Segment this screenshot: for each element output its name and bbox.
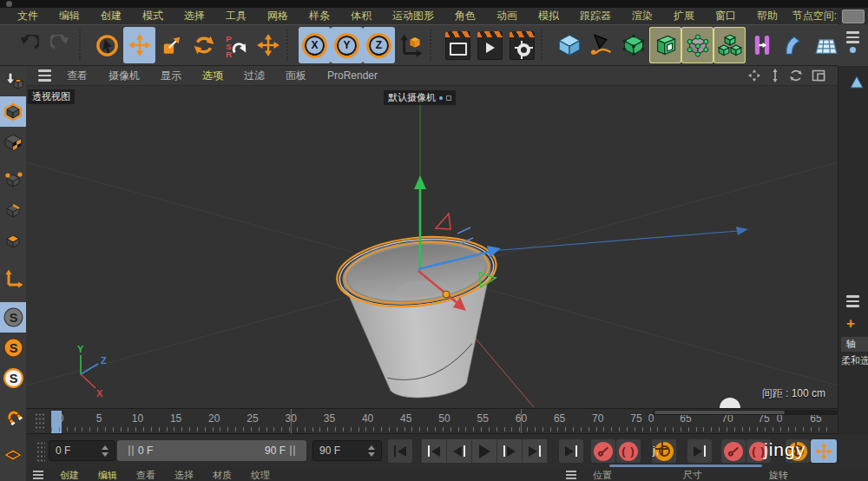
record-keyframe-button-glitch[interactable] bbox=[721, 439, 746, 463]
bevel-cube-button[interactable] bbox=[649, 27, 681, 63]
menu-create[interactable]: 创建 bbox=[90, 9, 132, 23]
vp-menu-display[interactable]: 显示 bbox=[150, 69, 192, 83]
lock-y-axis-button[interactable]: Y bbox=[331, 27, 363, 63]
menu-help[interactable]: 帮助 bbox=[746, 9, 788, 23]
range-right-grip[interactable] bbox=[290, 445, 295, 456]
next-key-button[interactable] bbox=[523, 439, 547, 463]
mat-menu-create[interactable]: 创建 bbox=[50, 469, 89, 481]
viewport-solo-off-button[interactable]: S bbox=[0, 302, 26, 333]
enable-axis-button[interactable] bbox=[0, 264, 26, 294]
lock-z-axis-button[interactable]: Z bbox=[363, 27, 395, 63]
previous-frame-button[interactable] bbox=[447, 439, 471, 463]
menu-spline[interactable]: 样条 bbox=[299, 9, 340, 23]
mat-menu-texture[interactable]: 纹理 bbox=[241, 469, 279, 481]
ruler-grip[interactable] bbox=[35, 412, 45, 432]
field-button[interactable] bbox=[746, 27, 778, 63]
vp-menu-prorender[interactable]: ProRender bbox=[317, 69, 388, 82]
right-panel-menu[interactable] bbox=[846, 295, 859, 307]
menu-window[interactable]: 窗口 bbox=[705, 9, 746, 23]
transport-grip[interactable] bbox=[36, 441, 45, 462]
render-settings-button[interactable] bbox=[506, 27, 538, 63]
menu-mode[interactable]: 模式 bbox=[132, 9, 174, 23]
menu-tools[interactable]: 工具 bbox=[215, 9, 257, 23]
menu-tracker[interactable]: 跟踪器 bbox=[569, 9, 621, 23]
camera-label[interactable]: 默认摄像机 bbox=[384, 90, 456, 105]
rotate-tool-button[interactable] bbox=[187, 27, 220, 63]
move-tool-shortcut-button[interactable] bbox=[811, 439, 837, 463]
end-frame-field[interactable]: 90 F bbox=[312, 440, 382, 461]
coordinate-system-button[interactable] bbox=[395, 27, 427, 63]
render-view-button[interactable] bbox=[442, 27, 474, 63]
workplane-button[interactable] bbox=[0, 439, 26, 470]
next-frame-button[interactable] bbox=[497, 439, 522, 463]
range-left-grip[interactable] bbox=[128, 445, 134, 456]
render-picture-viewer-button[interactable] bbox=[474, 27, 506, 63]
goto-start-button[interactable] bbox=[388, 439, 412, 463]
mat-menu-view[interactable]: 查看 bbox=[127, 469, 165, 481]
mat-menu-edit[interactable]: 编辑 bbox=[89, 469, 127, 481]
edge-mode-button[interactable] bbox=[0, 195, 26, 226]
scale-tool-button[interactable] bbox=[155, 27, 187, 63]
cloner-button[interactable] bbox=[681, 27, 713, 63]
materials-menu-hamburger[interactable] bbox=[33, 471, 43, 479]
menu-file[interactable]: 文件 bbox=[7, 9, 49, 23]
viewport-menu-hamburger[interactable] bbox=[38, 69, 51, 82]
array-button[interactable] bbox=[713, 27, 746, 63]
menu-render[interactable]: 渲染 bbox=[621, 9, 663, 23]
vp-menu-panel[interactable]: 面板 bbox=[275, 69, 317, 83]
previous-key-button[interactable] bbox=[422, 439, 446, 463]
vp-menu-options[interactable]: 选项 bbox=[192, 69, 233, 83]
node-space-button[interactable] bbox=[842, 10, 865, 23]
polygon-mode-button[interactable] bbox=[0, 226, 26, 256]
vp-menu-cameras[interactable]: 摄像机 bbox=[98, 69, 150, 83]
timeline-ruler[interactable]: 0510152025303540455055606570750657075065 bbox=[26, 408, 838, 434]
primitive-cube-button[interactable] bbox=[553, 27, 585, 63]
goto-end-button-glitch[interactable] bbox=[687, 439, 712, 463]
autokey-button[interactable]: ( ) bbox=[616, 439, 641, 463]
menu-mesh[interactable]: 网格 bbox=[257, 9, 299, 23]
viewport-solo-hierarchy-button[interactable]: S bbox=[0, 363, 26, 393]
psr-reset-button[interactable]: P S R bbox=[220, 27, 252, 63]
perspective-viewport[interactable]: 透视视图 默认摄像机 Y Z X 间距 : 100 cm bbox=[26, 86, 838, 408]
redo-button[interactable] bbox=[44, 27, 76, 63]
lock-x-axis-button[interactable]: X bbox=[299, 27, 331, 63]
menu-character[interactable]: 角色 bbox=[444, 9, 486, 23]
record-keyframe-button[interactable] bbox=[591, 439, 615, 463]
vp-menu-view[interactable]: 查看 bbox=[56, 69, 98, 83]
add-button[interactable]: + bbox=[846, 316, 855, 331]
tab-soft-selection[interactable]: 柔和选 bbox=[841, 353, 868, 368]
play-button[interactable] bbox=[472, 439, 496, 463]
mat-menu-select[interactable]: 选择 bbox=[165, 469, 203, 481]
menu-mograph[interactable]: 运动图形 bbox=[382, 9, 444, 23]
model-mode-button[interactable] bbox=[0, 96, 26, 127]
undo-button[interactable] bbox=[12, 27, 44, 63]
subdivision-surface-button[interactable] bbox=[617, 27, 649, 63]
deformer-button[interactable] bbox=[778, 27, 810, 63]
mat-menu-material[interactable]: 材质 bbox=[203, 469, 241, 481]
menu-animate[interactable]: 动画 bbox=[486, 9, 528, 23]
timeline-scrollbar[interactable] bbox=[653, 410, 838, 415]
frame-spinner[interactable] bbox=[95, 445, 108, 457]
spline-pen-button[interactable] bbox=[585, 27, 617, 63]
current-frame-field[interactable]: 0 F bbox=[49, 440, 115, 461]
frame-spinner[interactable] bbox=[361, 445, 375, 457]
goto-end-button[interactable] bbox=[559, 439, 583, 463]
live-selection-button[interactable] bbox=[91, 27, 123, 63]
menu-edit[interactable]: 编辑 bbox=[49, 9, 90, 23]
snap-button[interactable] bbox=[0, 401, 26, 432]
menu-select[interactable]: 选择 bbox=[174, 9, 215, 23]
rotate-view-icon[interactable] bbox=[789, 69, 803, 82]
texture-mode-button[interactable] bbox=[0, 127, 26, 157]
last-tool-button[interactable] bbox=[252, 27, 284, 63]
vp-menu-filter[interactable]: 过滤 bbox=[233, 69, 275, 83]
move-tool-button[interactable] bbox=[123, 27, 155, 63]
cone-object-icon[interactable] bbox=[849, 75, 865, 90]
menu-volume[interactable]: 体积 bbox=[340, 9, 382, 23]
pan-view-icon[interactable] bbox=[747, 69, 761, 82]
menu-extensions[interactable]: 扩展 bbox=[663, 9, 705, 23]
points-mode-button[interactable] bbox=[0, 165, 26, 195]
tab-axis[interactable]: 轴 bbox=[841, 337, 868, 352]
coords-menu-hamburger[interactable] bbox=[566, 471, 576, 479]
zoom-view-icon[interactable] bbox=[770, 69, 780, 82]
right-toolbar-menu[interactable] bbox=[846, 31, 859, 43]
